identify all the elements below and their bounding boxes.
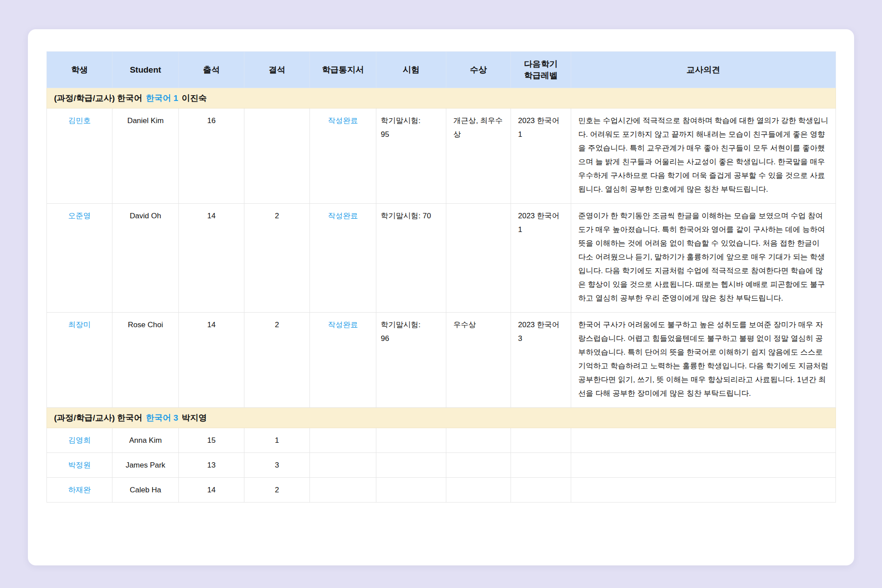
class-notice-cell	[310, 428, 376, 453]
student-name-en-cell: Daniel Kim	[112, 108, 179, 204]
exam-cell: 학기말시험: 96	[376, 313, 446, 408]
report-card: 학생 Student 출석 결석 학급통지서 시험 수상 다음학기 학급레벨 교…	[28, 29, 854, 565]
notice-complete-link[interactable]: 작성완료	[328, 212, 358, 220]
exam-cell: 학기말시험: 95	[376, 108, 446, 204]
col-class-notice: 학급통지서	[310, 52, 376, 88]
class-notice-cell: 작성완료	[310, 204, 376, 313]
student-name-link[interactable]: 하재완	[68, 486, 91, 494]
next-level-cell	[511, 428, 571, 453]
exam-cell: 학기말시험: 70	[376, 204, 446, 313]
col-exam: 시험	[376, 52, 446, 88]
absence-cell: 2	[244, 478, 310, 503]
section-class-link[interactable]: 한국어 3	[146, 412, 178, 424]
absence-cell: 2	[244, 204, 310, 313]
col-teacher-comment: 교사의견	[571, 52, 836, 88]
section-label-prefix: (과정/학급/교사) 한국어	[54, 92, 143, 104]
table-body: (과정/학급/교사) 한국어 한국어 1 이진숙 김민호 Daniel Kim …	[47, 88, 836, 503]
exam-cell	[376, 428, 446, 453]
student-name-kr-cell: 오준영	[47, 204, 112, 313]
student-name-kr-cell: 최장미	[47, 313, 112, 408]
section-label-prefix: (과정/학급/교사) 한국어	[54, 412, 143, 424]
next-level-cell: 2023 한국어 1	[511, 204, 571, 313]
student-name-kr-cell: 하재완	[47, 478, 112, 503]
absence-cell: 2	[244, 313, 310, 408]
attendance-cell: 14	[179, 204, 244, 313]
exam-cell	[376, 478, 446, 503]
section-header-row: (과정/학급/교사) 한국어 한국어 1 이진숙	[47, 88, 836, 108]
exam-cell	[376, 453, 446, 478]
table-row: 김민호 Daniel Kim 16 작성완료 학기말시험: 95 개근상, 최우…	[47, 108, 836, 204]
table-row: 박정원 James Park 13 3	[47, 453, 836, 478]
student-name-en-cell: Anna Kim	[112, 428, 179, 453]
award-cell	[446, 428, 511, 453]
student-name-kr-cell: 김민호	[47, 108, 112, 204]
notice-complete-link[interactable]: 작성완료	[328, 321, 358, 329]
class-notice-cell: 작성완료	[310, 313, 376, 408]
table-header-row: 학생 Student 출석 결석 학급통지서 시험 수상 다음학기 학급레벨 교…	[47, 52, 836, 88]
teacher-comment-cell: 민호는 수업시간에 적극적으로 참여하며 학습에 대한 열의가 강한 학생입니다…	[571, 108, 836, 204]
award-cell: 개근상, 최우수상	[446, 108, 511, 204]
absence-cell: 3	[244, 453, 310, 478]
teacher-comment-cell: 한국어 구사가 어려움에도 불구하고 높은 성취도를 보여준 장미가 매우 자랑…	[571, 313, 836, 408]
section-band: (과정/학급/교사) 한국어 한국어 3 박지영	[47, 408, 836, 428]
class-notice-cell	[310, 478, 376, 503]
col-absence: 결석	[244, 52, 310, 88]
student-name-en-cell: James Park	[112, 453, 179, 478]
table-row: 김영희 Anna Kim 15 1	[47, 428, 836, 453]
attendance-cell: 13	[179, 453, 244, 478]
award-cell	[446, 204, 511, 313]
attendance-cell: 15	[179, 428, 244, 453]
next-level-cell: 2023 한국어 3	[511, 313, 571, 408]
award-cell	[446, 453, 511, 478]
class-notice-cell: 작성완료	[310, 108, 376, 204]
section-band: (과정/학급/교사) 한국어 한국어 1 이진숙	[47, 88, 836, 108]
student-name-en-cell: Caleb Ha	[112, 478, 179, 503]
class-notice-cell	[310, 453, 376, 478]
student-name-kr-cell: 박정원	[47, 453, 112, 478]
teacher-comment-cell	[571, 478, 836, 503]
student-name-en-cell: Rose Choi	[112, 313, 179, 408]
teacher-comment-cell	[571, 428, 836, 453]
absence-cell: 1	[244, 428, 310, 453]
student-name-link[interactable]: 최장미	[68, 321, 91, 329]
section-teacher-name: 박지영	[182, 412, 207, 424]
section-class-link[interactable]: 한국어 1	[146, 92, 178, 104]
student-name-link[interactable]: 김영희	[68, 436, 91, 445]
col-student-kr: 학생	[47, 52, 112, 88]
attendance-cell: 16	[179, 108, 244, 204]
student-name-link[interactable]: 오준영	[68, 212, 91, 220]
attendance-cell: 14	[179, 313, 244, 408]
award-cell: 우수상	[446, 313, 511, 408]
student-name-kr-cell: 김영희	[47, 428, 112, 453]
next-level-cell	[511, 478, 571, 503]
col-attendance: 출석	[179, 52, 244, 88]
table-row: 최장미 Rose Choi 14 2 작성완료 학기말시험: 96 우수상 20…	[47, 313, 836, 408]
absence-cell	[244, 108, 310, 204]
teacher-comment-cell: 준영이가 한 학기동안 조금씩 한글을 이해하는 모습을 보였으며 수업 참여도…	[571, 204, 836, 313]
next-level-cell	[511, 453, 571, 478]
section-header-row: (과정/학급/교사) 한국어 한국어 3 박지영	[47, 408, 836, 428]
attendance-cell: 14	[179, 478, 244, 503]
teacher-comment-cell	[571, 453, 836, 478]
col-next-level: 다음학기 학급레벨	[511, 52, 571, 88]
table-row: 오준영 David Oh 14 2 작성완료 학기말시험: 70 2023 한국…	[47, 204, 836, 313]
student-name-en-cell: David Oh	[112, 204, 179, 313]
grades-table: 학생 Student 출석 결석 학급통지서 시험 수상 다음학기 학급레벨 교…	[46, 51, 836, 503]
col-student-en: Student	[112, 52, 179, 88]
notice-complete-link[interactable]: 작성완료	[328, 116, 358, 125]
award-cell	[446, 478, 511, 503]
next-level-cell: 2023 한국어 1	[511, 108, 571, 204]
student-name-link[interactable]: 박정원	[68, 461, 91, 469]
student-name-link[interactable]: 김민호	[68, 116, 91, 125]
section-teacher-name: 이진숙	[182, 92, 207, 104]
col-award: 수상	[446, 52, 511, 88]
table-row: 하재완 Caleb Ha 14 2	[47, 478, 836, 503]
